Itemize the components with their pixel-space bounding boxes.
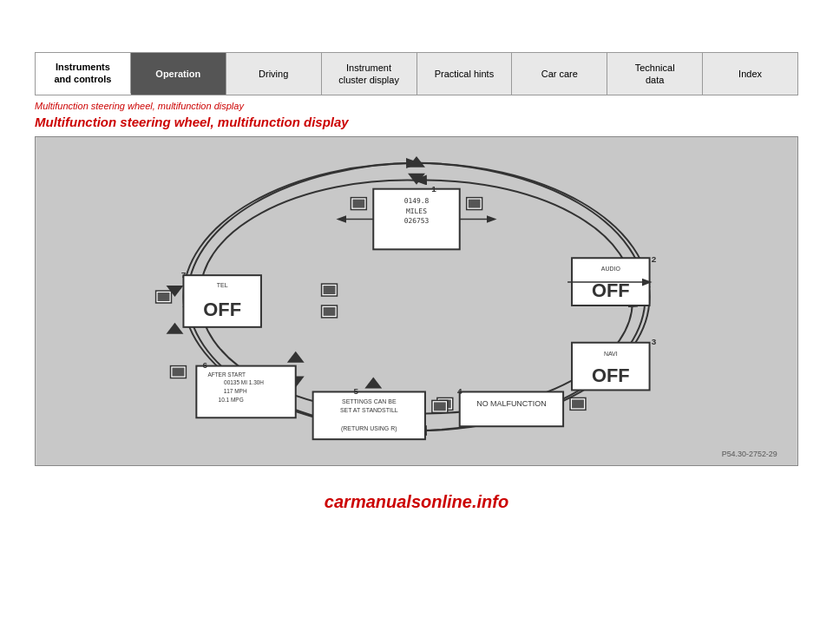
svg-text:OFF: OFF <box>203 299 241 320</box>
svg-rect-27 <box>460 391 563 426</box>
svg-rect-11 <box>469 200 481 208</box>
svg-text:026753: 026753 <box>404 217 430 225</box>
page-title: Multifunction steering wheel, multifunct… <box>35 115 798 129</box>
svg-rect-51 <box>172 368 184 377</box>
nav-item-instrument-cluster[interactable]: Instrument cluster display <box>322 53 417 95</box>
svg-text:NAVI: NAVI <box>604 351 618 357</box>
svg-rect-56 <box>324 286 336 294</box>
svg-text:OFF: OFF <box>592 365 630 386</box>
watermark-text: P54.30-2752-29 <box>722 450 777 458</box>
svg-text:117 MPH: 117 MPH <box>224 388 247 394</box>
svg-text:1: 1 <box>431 184 436 194</box>
svg-text:00135 MI   1.30H: 00135 MI 1.30H <box>224 379 264 385</box>
footer-logo: carmanualsonline.info <box>325 492 508 512</box>
svg-text:7: 7 <box>181 270 187 279</box>
svg-text:SET AT STANDSTILL: SET AT STANDSTILL <box>340 407 398 413</box>
svg-rect-54 <box>324 307 336 316</box>
nav-item-instruments[interactable]: Instruments and controls <box>36 53 131 95</box>
diagram-svg: 0149.8 MILES 026753 1 AUDIO OFF 2 NAVI O… <box>36 137 797 465</box>
svg-text:SETTINGS CAN BE: SETTINGS CAN BE <box>342 398 397 404</box>
nav-item-operation[interactable]: Operation <box>131 53 226 95</box>
nav-item-practical-hints[interactable]: Practical hints <box>417 53 513 95</box>
svg-text:5: 5 <box>354 386 359 396</box>
svg-text:10.1 MPG: 10.1 MPG <box>219 397 244 403</box>
diagram-container: 0149.8 MILES 026753 1 AUDIO OFF 2 NAVI O… <box>35 136 798 466</box>
breadcrumb: Multifunction steering wheel, multifunct… <box>35 101 798 111</box>
svg-text:AFTER START: AFTER START <box>207 371 246 378</box>
svg-text:4: 4 <box>457 386 462 396</box>
svg-text:6: 6 <box>203 360 208 370</box>
navigation-bar: Instruments and controls Operation Drivi… <box>35 52 798 95</box>
svg-text:2: 2 <box>652 254 657 264</box>
nav-item-driving[interactable]: Driving <box>226 53 322 95</box>
svg-rect-41 <box>434 402 446 411</box>
svg-text:MILES: MILES <box>406 207 427 215</box>
svg-text:NO MALFUNCTION: NO MALFUNCTION <box>476 399 546 408</box>
svg-text:(RETURN USING R): (RETURN USING R) <box>341 425 397 432</box>
svg-text:3: 3 <box>652 337 657 346</box>
svg-rect-61 <box>158 292 170 301</box>
svg-text:AUDIO: AUDIO <box>601 266 621 272</box>
nav-item-index[interactable]: Index <box>703 53 797 95</box>
nav-item-technical-data[interactable]: Technical data <box>607 53 703 95</box>
footer: carmanualsonline.info <box>0 492 833 512</box>
nav-item-car-care[interactable]: Car care <box>512 53 607 95</box>
svg-text:TEL: TEL <box>217 282 228 288</box>
svg-rect-30 <box>572 399 584 408</box>
svg-text:0149.8: 0149.8 <box>404 197 430 205</box>
svg-rect-13 <box>352 200 364 208</box>
